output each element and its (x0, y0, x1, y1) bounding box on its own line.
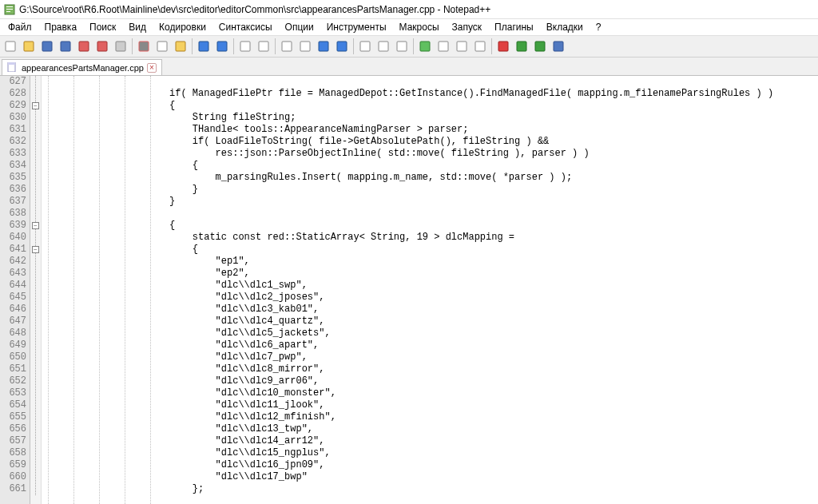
svg-rect-2 (6, 9, 13, 10)
menu-tabs[interactable]: Вкладки (540, 20, 590, 34)
menu-plugins[interactable]: Плагины (488, 20, 540, 34)
menu-encoding[interactable]: Кодировки (153, 20, 212, 34)
code-line[interactable]: THandle< tools::AppearanceNamingParser >… (169, 124, 818, 136)
unfold-icon[interactable] (453, 38, 471, 55)
save-all-icon[interactable] (57, 38, 74, 55)
cut-icon[interactable] (135, 38, 153, 55)
fold-icon[interactable] (435, 38, 452, 55)
code-line[interactable]: "dlc\\dlc9_arr06", (169, 375, 818, 387)
menu-search[interactable]: Поиск (83, 20, 122, 34)
close-icon[interactable] (75, 38, 93, 55)
copy-icon[interactable] (153, 38, 171, 55)
fold-column[interactable]: −−− (30, 76, 42, 504)
code-line[interactable]: "dlc\\dlc4_quartz", (169, 315, 818, 327)
replace-icon[interactable] (255, 38, 272, 55)
close-icon[interactable]: × (147, 63, 157, 73)
sync-v-icon[interactable] (315, 38, 332, 55)
line-number: 647 (0, 315, 26, 327)
code-line[interactable]: "dlc\\dlc7_pwp", (169, 351, 818, 363)
code-line[interactable] (169, 208, 818, 220)
close-all-icon[interactable] (93, 38, 111, 55)
code-line[interactable]: { (169, 244, 818, 256)
code-line[interactable]: if( ManagedFilePtr file = ManagedDepot::… (169, 88, 818, 100)
fold-toggle[interactable]: − (32, 102, 39, 109)
file-tab[interactable]: appearancesPartsManager.cpp × (2, 59, 162, 75)
save-macro-icon[interactable] (550, 38, 567, 55)
code-line[interactable]: String fileString; (169, 112, 818, 124)
run-multi-icon[interactable] (531, 38, 549, 55)
svg-rect-29 (498, 42, 508, 51)
code-line[interactable]: "ep1", (169, 256, 818, 268)
redo-icon[interactable] (213, 38, 231, 55)
svg-rect-27 (457, 42, 467, 51)
word-wrap-icon[interactable] (356, 38, 374, 55)
menu-file[interactable]: Файл (2, 20, 38, 34)
code-line[interactable]: { (169, 100, 818, 112)
code-line[interactable]: "ep2", (169, 268, 818, 280)
find-icon[interactable] (236, 38, 254, 55)
open-file-icon[interactable] (20, 38, 38, 55)
code-line[interactable]: } (169, 196, 818, 208)
show-all-chars-icon[interactable] (375, 38, 392, 55)
menu-syntax[interactable]: Синтаксисы (212, 20, 279, 34)
code-line[interactable]: "dlc\\dlc5_jackets", (169, 327, 818, 339)
menu-help[interactable]: ? (590, 20, 608, 34)
fold-toggle[interactable]: − (32, 246, 39, 253)
code-line[interactable] (169, 76, 818, 88)
save-icon[interactable] (38, 38, 56, 55)
play-macro-icon[interactable] (513, 38, 530, 55)
indent-guide-icon[interactable] (393, 38, 411, 55)
line-number: 638 (0, 208, 26, 220)
code-line[interactable]: "dlc\\dlc14_arr12", (169, 435, 818, 447)
code-line[interactable]: m_parsingRules.Insert( mapping.m_name, s… (169, 172, 818, 184)
line-number: 649 (0, 339, 26, 351)
menu-tools[interactable]: Инструменты (320, 20, 393, 34)
fold-toggle[interactable]: − (32, 222, 39, 229)
menu-view[interactable]: Вид (122, 20, 153, 34)
line-number-gutter: 6276286296306316326336346356366376386396… (0, 76, 30, 504)
code-line[interactable]: { (169, 160, 818, 172)
code-line[interactable]: "dlc\\dlc10_monster", (169, 387, 818, 399)
code-line[interactable]: "dlc\\dlc2_jposes", (169, 292, 818, 304)
code-line[interactable]: "dlc\\dlc3_kab01", (169, 304, 818, 315)
zoom-in-icon[interactable] (278, 38, 296, 55)
indent-guide (48, 76, 49, 504)
file-tab-label: appearancesPartsManager.cpp (22, 63, 144, 73)
code-line[interactable]: "dlc\\dlc16_jpn09", (169, 459, 818, 471)
line-number: 657 (0, 435, 26, 447)
zoom-out-icon[interactable] (296, 38, 314, 55)
menu-edit[interactable]: Правка (38, 20, 84, 34)
indent-guide (73, 76, 74, 504)
code-line[interactable]: "dlc\\dlc12_mfinish", (169, 411, 818, 423)
code-line[interactable]: static const red::StaticArray< String, 1… (169, 232, 818, 244)
menu-macros[interactable]: Макросы (393, 20, 446, 34)
code-line[interactable]: "dlc\\dlc8_mirror", (169, 363, 818, 375)
code-line[interactable]: "dlc\\dlc13_twp", (169, 423, 818, 435)
code-line[interactable]: { (169, 220, 818, 232)
code-area[interactable]: if( ManagedFilePtr file = ManagedDepot::… (169, 76, 818, 504)
svg-rect-9 (97, 42, 107, 51)
undo-icon[interactable] (195, 38, 212, 55)
code-line[interactable]: "dlc\\dlc1_swp", (169, 280, 818, 292)
code-line[interactable]: res::json::ParseObjectInline( std::move(… (169, 148, 818, 160)
sync-h-icon[interactable] (333, 38, 351, 55)
menu-options[interactable]: Опции (279, 20, 320, 34)
new-file-icon[interactable] (2, 38, 19, 55)
print-icon[interactable] (112, 38, 129, 55)
svg-rect-19 (300, 42, 310, 51)
editor[interactable]: 6276286296306316326336346356366376386396… (0, 75, 818, 504)
code-line[interactable]: "dlc\\dlc11_jlook", (169, 399, 818, 411)
lang-icon[interactable] (416, 38, 434, 55)
menu-run[interactable]: Запуск (446, 20, 489, 34)
comment-icon[interactable] (471, 38, 489, 55)
code-line[interactable]: } (169, 184, 818, 196)
code-line[interactable]: if( LoadFileToString( file->GetAbsoluteP… (169, 136, 818, 148)
code-line[interactable]: "dlc\\dlc15_ngplus", (169, 447, 818, 459)
code-line[interactable]: "dlc\\dlc17_bwp" (169, 471, 818, 483)
svg-rect-21 (337, 42, 347, 51)
line-number: 640 (0, 232, 26, 244)
record-macro-icon[interactable] (494, 38, 512, 55)
paste-icon[interactable] (172, 38, 189, 55)
code-line[interactable]: }; (169, 483, 818, 495)
code-line[interactable]: "dlc\\dlc6_apart", (169, 339, 818, 351)
